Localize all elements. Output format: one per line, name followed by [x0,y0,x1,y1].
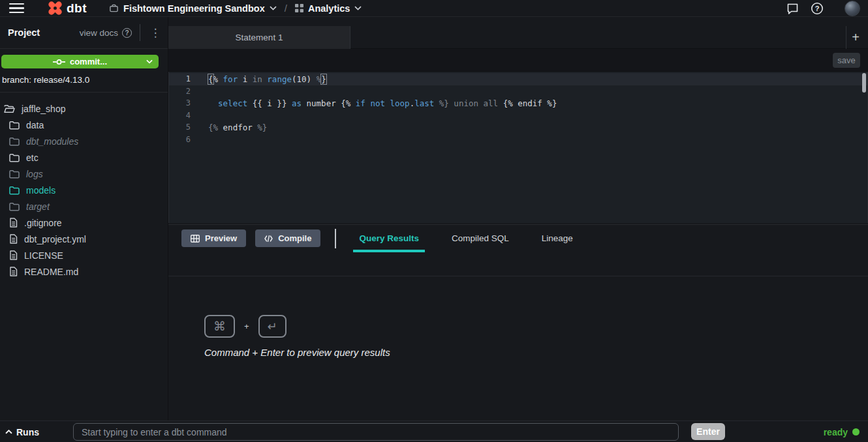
status-dot-icon [852,428,860,435]
code-icon [264,235,273,242]
results-toolbar: Preview Compile Query ResultsCompiled SQ… [168,224,868,252]
code-line-text: {% endfor %} [199,123,267,132]
tab-compiled-sql[interactable]: Compiled SQL [446,225,515,252]
tree-item-README.md[interactable]: README.md [0,263,168,280]
enter-button[interactable]: Enter [691,423,725,440]
tree-item-label: data [26,120,44,130]
tab-label: Statement 1 [236,33,283,42]
shortcut-hint-block: ⌘ + ↵ Command + Enter to preview query r… [204,315,390,358]
results-tabs: Query ResultsCompiled SQLLineage [353,225,578,252]
dbt-logo-icon [48,1,63,16]
branch-label: branch: release/4.13.0 [2,75,168,85]
status-indicator: ready [824,421,860,442]
project-selector-label: Fishtown Engineering Sandbox [123,3,265,14]
save-button[interactable]: save [833,53,860,68]
results-divider [168,276,868,276]
tree-item-dbt_modules[interactable]: dbt_modules [0,133,168,149]
editor-region: Statement 1 + save 1{% for i in range(10… [168,17,868,420]
folder-open-icon [4,104,15,113]
tree-item-jaffle_shop[interactable]: jaffle_shop [0,100,168,117]
commit-button[interactable]: commit... [1,55,159,68]
table-icon [191,235,200,243]
tree-item-label: jaffle_shop [22,104,65,114]
folder-icon [9,186,20,195]
dbt-logo: dbt [48,1,87,16]
file-icon [9,218,18,228]
tree-item-label: logs [26,169,43,179]
folder-icon [9,202,20,211]
tree-item-LICENSE[interactable]: LICENSE [0,247,168,263]
tree-item-.gitignore[interactable]: .gitignore [0,214,168,231]
tree-item-models[interactable]: models [0,182,168,198]
code-line[interactable]: 6 [169,134,867,146]
plus-separator: + [244,321,249,331]
project-selector[interactable]: Fishtown Engineering Sandbox [109,3,277,14]
file-tree: jaffle_shopdatadbt_modulesetclogsmodelst… [0,100,168,280]
command-key-icon: ⌘ [204,315,235,338]
briefcase-icon [109,3,119,13]
code-line[interactable]: 4 [169,110,867,122]
code-line[interactable]: 2 [169,85,867,98]
editor-scrollbar[interactable] [862,73,866,93]
editor-tab-bar: Statement 1 + [168,17,868,49]
tree-item-label: models [26,185,55,196]
code-line[interactable]: 5{% endfor %} [169,121,867,134]
tree-item-etc[interactable]: etc [0,149,168,166]
bottom-bar: Runs Enter ready [0,420,868,442]
sidebar: Project view docs ? ⋮ commit... branch: … [0,17,168,420]
workspace-selector[interactable]: Analytics [295,3,362,14]
tree-item-label: README.md [24,267,78,277]
grid-icon [295,4,303,12]
chat-icon[interactable] [786,3,799,14]
new-tab-button[interactable]: + [846,26,865,49]
dbt-command-input[interactable] [73,423,679,441]
header-divider [140,24,140,41]
code-editor[interactable]: 1{% for i in range(10) %}23 select {{ i … [168,72,868,223]
commit-button-label: commit... [70,57,107,66]
tree-item-label: etc [26,153,39,163]
file-icon [9,267,18,276]
code-lines: 1{% for i in range(10) %}23 select {{ i … [169,73,867,145]
tree-item-dbt_project.yml[interactable]: dbt_project.yml [0,231,168,247]
tree-item-data[interactable]: data [0,117,168,133]
line-number: 1 [169,74,199,83]
kebab-menu-icon[interactable]: ⋮ [147,26,164,40]
chevron-down-icon [270,6,277,10]
hamburger-menu-icon[interactable] [9,3,24,13]
code-line[interactable]: 1{% for i in range(10) %} [169,73,867,85]
line-number: 6 [169,135,199,144]
runs-toggle[interactable]: Runs [5,421,39,442]
chevron-down-icon [354,6,362,10]
sidebar-header: Project view docs ? ⋮ [0,17,168,49]
compile-button[interactable]: Compile [255,229,320,247]
preview-button[interactable]: Preview [181,229,246,247]
tree-item-label: dbt_modules [26,136,78,147]
view-docs-link[interactable]: view docs ? [80,28,132,38]
help-icon[interactable]: ? [811,2,824,15]
view-docs-label: view docs [80,28,118,38]
status-label: ready [824,427,848,437]
dbt-logo-text: dbt [67,1,87,16]
tab-lineage[interactable]: Lineage [536,225,579,252]
folder-icon [9,137,20,146]
tab-statement-1[interactable]: Statement 1 [168,26,350,49]
tree-item-target[interactable]: target [0,198,168,214]
line-number: 2 [169,87,199,96]
sidebar-divider [0,92,168,93]
folder-icon [9,153,20,162]
chevron-down-icon[interactable] [146,59,153,64]
line-number: 4 [169,111,199,120]
tree-item-label: dbt_project.yml [24,234,86,244]
preview-button-label: Preview [205,233,237,243]
tab-query-results[interactable]: Query Results [353,225,425,252]
code-line-text: select {{ i }} as number {% if not loop.… [199,98,557,108]
sidebar-title: Project [8,27,40,38]
code-line[interactable]: 3 select {{ i }} as number {% if not loo… [169,97,867,110]
chevron-up-icon [5,430,12,434]
tree-item-logs[interactable]: logs [0,166,168,182]
line-number: 3 [169,98,199,108]
folder-icon [9,169,20,179]
git-commit-icon [53,59,65,65]
breadcrumb-separator: / [285,3,287,14]
user-avatar[interactable] [845,1,860,16]
